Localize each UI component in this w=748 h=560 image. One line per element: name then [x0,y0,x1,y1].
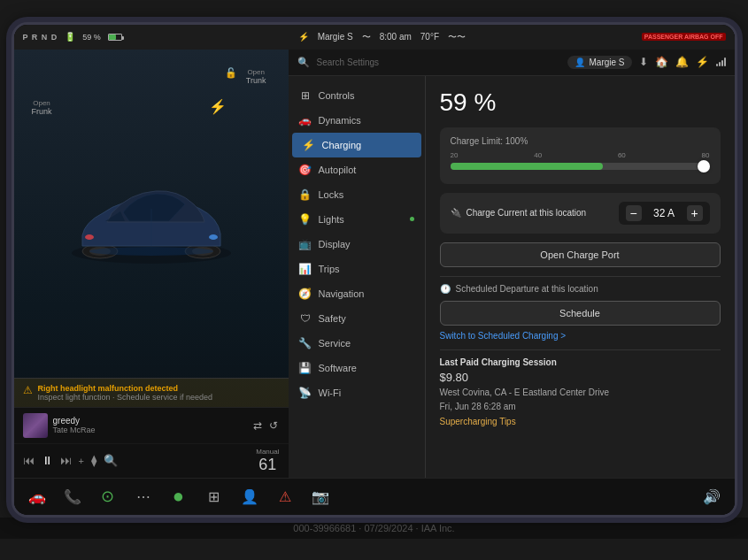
speed-label: Manual [256,448,279,456]
trunk-label[interactable]: Open Open Trunk Trunk [246,67,266,85]
charging-bolt-icon: ⚡ [298,32,309,42]
taskbar-circle-button[interactable]: ⊙ [94,482,122,510]
dynamics-nav-icon: 🚗 [299,114,312,127]
decrement-current-button[interactable]: − [626,205,642,221]
charging-content: 59 % Charge Limit: 100% 20 40 60 80 [426,76,735,478]
car-display: Open Open Trunk Trunk Open Frunk 🔓 ⚡ [14,50,289,378]
speed-value: 61 [256,456,279,474]
session-location: West Covina, CA - E Eastland Center Driv… [440,387,721,399]
nav-sidebar: ⊞ Controls 🚗 Dynamics ⚡ Charging 🎯 Autop… [289,76,426,478]
music-playback-bar: ⏮ ⏸ ⏭ + ⧫ 🔍 Manual 61 [14,443,289,478]
nav-item-controls[interactable]: ⊞ Controls [289,83,425,108]
taskbar-car-button[interactable]: 🚗 [23,482,51,510]
nav-item-software[interactable]: 💾 Software [289,356,425,380]
taskbar-volume-button[interactable]: 🔊 [698,482,726,510]
user-icon: 👤 [574,58,585,67]
nav-software-label: Software [319,363,357,373]
schedule-button[interactable]: Schedule [440,301,721,326]
prev-track-button[interactable]: ⏮ [23,454,35,467]
nav-item-wifi[interactable]: 📡 Wi-Fi [289,380,425,405]
music-search-button[interactable]: 🔍 [104,454,118,467]
navigation-nav-icon: 🧭 [299,288,312,300]
car-silhouette [63,173,240,271]
charge-current-label: 🔌 Charge Current at this location [451,208,587,218]
svg-point-7 [85,234,94,240]
charge-limit-section: Charge Limit: 100% 20 40 60 80 [440,127,721,184]
taskbar-alert-button[interactable]: ⚠ [271,482,299,510]
switch-to-scheduled-link[interactable]: Switch to Scheduled Charging > [440,331,721,341]
home-icon[interactable]: 🏠 [655,56,668,68]
tick-40: 40 [534,151,542,159]
taskbar-phone-button[interactable]: 📞 [58,482,87,510]
open-text: Open [247,68,265,76]
taskbar-camera-button[interactable]: 📷 [306,482,335,510]
temp-display: 70°F [420,32,439,42]
user-chip-label: Margie S [589,58,624,67]
charge-bar-thumb[interactable] [698,160,710,173]
frunk-label[interactable]: Open Frunk [32,98,52,116]
download-icon[interactable]: ⬇ [639,56,648,68]
taskbar-dots-button[interactable]: ⋯ [129,482,158,510]
nav-navigation-label: Navigation [319,288,365,299]
taskbar-controls-button[interactable]: ⊞ [200,482,228,510]
music-section: greedy Tate McRae ⇄ ↺ [14,407,289,443]
supercharging-tips-link[interactable]: Supercharging Tips [440,417,721,426]
nav-item-display[interactable]: 📺 Display [289,232,425,257]
nav-item-lights[interactable]: 💡 Lights [289,207,425,232]
display-nav-icon: 📺 [299,238,312,250]
current-value-display: 32 A [649,207,680,219]
locks-nav-icon: 🔒 [299,188,312,201]
nav-item-dynamics[interactable]: 🚗 Dynamics [289,108,425,133]
main-area: Open Open Trunk Trunk Open Frunk 🔓 ⚡ [14,50,735,478]
nav-wifi-label: Wi-Fi [319,387,342,398]
bluetooth-icon[interactable]: ⚡ [696,56,709,68]
open-frunk-text: Open [33,99,50,107]
add-to-queue-button[interactable]: + [79,456,84,466]
battery-icon: 🔋 [65,32,75,42]
charge-bar-container[interactable] [451,163,710,170]
nav-item-trips[interactable]: 📊 Trips [289,257,425,281]
shuffle-button[interactable]: ⇄ [251,418,264,433]
nav-item-autopilot[interactable]: 🎯 Autopilot [289,157,425,182]
taskbar: 🚗 📞 ⊙ ⋯ ● ⊞ 👤 ⚠ 📷 🔊 [14,478,735,515]
play-pause-button[interactable]: ⏸ [42,454,53,467]
search-placeholder[interactable]: Search Settings [317,58,380,67]
music-info: greedy Tate McRae [53,416,246,434]
open-charge-port-button[interactable]: Open Charge Port [440,242,721,267]
music-controls: ⇄ ↺ [251,418,280,433]
nav-icons-right: 👤 Margie S ⬇ 🏠 🔔 ⚡ [567,56,725,69]
nav-item-locks[interactable]: 🔒 Locks [289,182,425,207]
taskbar-profile-button[interactable]: 👤 [235,482,264,510]
warning-text: Right headlight malfunction detected Ins… [38,384,213,402]
nav-item-charging[interactable]: ⚡ Charging [292,133,421,157]
warning-section: ⚠ Right headlight malfunction detected I… [14,378,289,407]
wifi-nav-icon: 📡 [299,387,312,399]
nav-item-safety[interactable]: 🛡 Safety [289,306,425,331]
plug-icon: 🔌 [451,208,461,218]
car-lock-icon: 🔓 [225,67,237,79]
bell-icon[interactable]: 🔔 [675,56,689,68]
tick-80: 80 [702,151,710,159]
user-name-status: Margie S [318,32,353,42]
clock-icon: 🕐 [440,284,451,294]
settings-panel: 🔍 Search Settings 👤 Margie S ⬇ 🏠 🔔 ⚡ [289,50,735,478]
current-control: − 32 A + [619,202,710,225]
nav-safety-label: Safety [319,313,346,324]
software-nav-icon: 💾 [299,362,312,374]
lights-dot-indicator [410,217,414,221]
battery-percent: 59 % [82,33,101,42]
tuner-icon[interactable]: ⧫ [91,454,96,467]
nav-trips-label: Trips [319,264,340,274]
nav-item-navigation[interactable]: 🧭 Navigation [289,281,425,306]
svg-point-6 [209,234,218,240]
repeat-button[interactable]: ↺ [267,418,280,433]
increment-current-button[interactable]: + [687,205,703,221]
nav-charging-label: Charging [322,140,362,150]
taskbar-green-dot[interactable]: ● [165,482,193,510]
speed-display: Manual 61 [256,448,279,474]
next-track-button[interactable]: ⏭ [60,454,72,467]
nav-item-service[interactable]: 🔧 Service [289,331,425,356]
last-session-label: Last Paid Charging Session [440,357,721,367]
settings-top-nav: 🔍 Search Settings 👤 Margie S ⬇ 🏠 🔔 ⚡ [289,50,735,76]
airbag-badge: PASSENGER AIRBAG OFF [642,33,726,41]
